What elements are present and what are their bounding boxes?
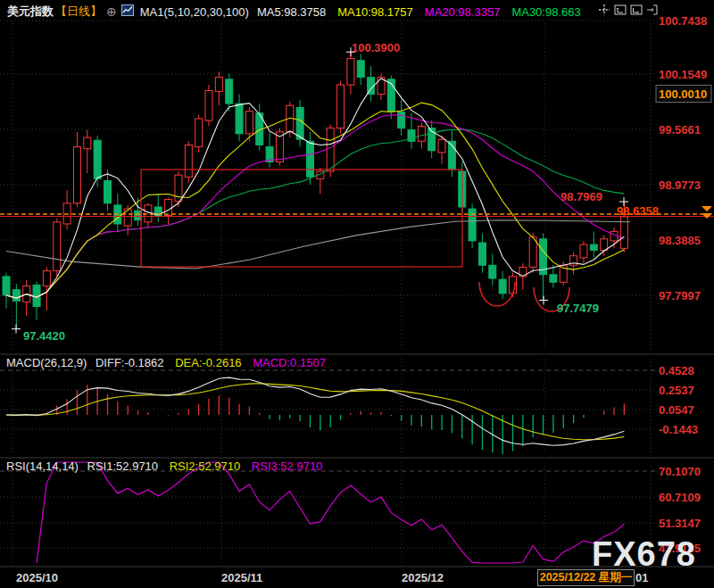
axis-tick-jan: 01 bbox=[635, 571, 648, 584]
candle-up bbox=[73, 147, 80, 203]
ma10-value: MA10:98.1757 bbox=[337, 5, 413, 19]
ma30-value: MA30:98.663 bbox=[511, 5, 580, 19]
price-annotation-label: 97.7479 bbox=[557, 302, 599, 315]
exit-icon[interactable] bbox=[646, 4, 659, 16]
candle-down bbox=[135, 211, 142, 220]
candle-up bbox=[54, 222, 61, 271]
rsi-axis-label: 60.7109 bbox=[659, 491, 701, 504]
price-axis-label-highlight: 100.0010 bbox=[659, 87, 707, 101]
rsi-title: RSI(14,14,14) bbox=[6, 460, 79, 473]
macd-axis-label: 0.2537 bbox=[659, 384, 694, 397]
candle-up bbox=[43, 271, 50, 286]
rsi-header: RSI(14,14,14) RSI1:52.9710 RSI2:52.9710 … bbox=[6, 460, 322, 473]
axis-tick-dec: 2025/12 bbox=[402, 571, 444, 584]
price-axis-label: 98.9773 bbox=[659, 178, 701, 192]
panel-right-icon[interactable] bbox=[630, 4, 643, 16]
candle-down bbox=[499, 279, 506, 294]
mini-chart-icon[interactable] bbox=[121, 4, 134, 19]
price-axis-label: 100.1549 bbox=[659, 68, 707, 81]
macd-diff-value: DIFF:-0.1862 bbox=[95, 356, 164, 369]
candle-down bbox=[398, 112, 405, 128]
candle-down bbox=[104, 181, 112, 203]
ma10-line bbox=[6, 103, 624, 298]
candle-up bbox=[580, 244, 587, 258]
extreme-cross-marker bbox=[12, 325, 21, 334]
candle-down bbox=[94, 140, 101, 178]
dea-line bbox=[6, 384, 624, 440]
macd-axis-label: -0.1443 bbox=[659, 423, 698, 436]
candle-up bbox=[205, 90, 212, 120]
chart-app: 美元指数 【日线】 ⊕ MA1(5,10,20,30,100) MA5:98.3… bbox=[0, 0, 714, 588]
axis-tick-nov: 2025/11 bbox=[221, 571, 262, 584]
price-axis-label: 99.5661 bbox=[659, 123, 701, 137]
diff-line bbox=[6, 377, 624, 445]
circle-plus-icon[interactable]: ⊕ bbox=[106, 6, 117, 18]
macd-axis-label: 0.0547 bbox=[659, 403, 694, 417]
gridlines bbox=[0, 21, 714, 567]
rsi2-value: RSI2:52.9710 bbox=[170, 460, 241, 473]
rsi-axis-label: 51.3147 bbox=[659, 517, 701, 530]
chart-canvas: 97.4420100.390097.747998.796998.6358100.… bbox=[0, 0, 714, 588]
candle-up bbox=[215, 78, 222, 92]
candle-up bbox=[245, 112, 253, 134]
macd-axis-label: 0.4528 bbox=[659, 364, 694, 377]
rsi-axis-label: 70.1070 bbox=[659, 465, 701, 478]
current-date-badge: 2025/12/22 星期一 bbox=[537, 569, 635, 586]
candle-down bbox=[226, 79, 233, 104]
candle-down bbox=[550, 275, 557, 282]
candle-up bbox=[185, 145, 192, 177]
candle-up bbox=[418, 126, 425, 141]
macd-title: MACD(26,12,9) bbox=[6, 356, 87, 369]
axis-tick-oct: 2025/10 bbox=[16, 571, 58, 584]
price-axis-label: 97.7997 bbox=[659, 289, 701, 302]
chart-toolbar bbox=[598, 4, 659, 16]
candle-down bbox=[3, 277, 10, 295]
candle-up bbox=[601, 239, 608, 251]
ma-settings-label: MA1(5,10,20,30,100) bbox=[140, 5, 249, 19]
macd-dea-value: DEA:-0.2616 bbox=[175, 356, 241, 369]
candle-up bbox=[124, 209, 131, 226]
candle-down bbox=[12, 290, 20, 302]
candle-down bbox=[590, 244, 597, 250]
macd-panel bbox=[6, 377, 624, 454]
candle-down bbox=[478, 243, 486, 265]
ma20-value: MA20:98.3357 bbox=[425, 5, 501, 19]
candle-down bbox=[296, 107, 303, 139]
price-annotation-label: 97.4420 bbox=[23, 329, 65, 343]
date-axis[interactable]: 2025/10 2025/11 2025/12 2025/12/22 星期一 0… bbox=[0, 569, 714, 588]
candle-up bbox=[438, 139, 445, 153]
candle-up bbox=[327, 128, 334, 171]
rsi1-value: RSI1:52.9710 bbox=[87, 460, 159, 473]
candle-up bbox=[347, 59, 354, 85]
price-annotation-label: 98.6358 bbox=[617, 204, 659, 218]
symbol-name: 美元指数 bbox=[7, 4, 54, 20]
candle-down bbox=[307, 141, 314, 177]
panel-up-icon[interactable] bbox=[614, 4, 627, 16]
candle-up bbox=[84, 137, 91, 149]
price-axis-label: 98.3885 bbox=[659, 234, 701, 247]
price-annotation-label: 100.3900 bbox=[352, 41, 400, 54]
macd-value: MACD:0.1507 bbox=[253, 356, 326, 369]
candle-down bbox=[357, 61, 364, 78]
ma5-value: MA5:98.3758 bbox=[257, 5, 326, 19]
candle-up bbox=[165, 200, 172, 216]
candle-up bbox=[337, 85, 345, 128]
price-annotation-label: 98.7969 bbox=[560, 190, 602, 203]
period-label[interactable]: 【日线】 bbox=[55, 4, 102, 20]
candle-down bbox=[489, 265, 496, 278]
candle-up bbox=[195, 119, 203, 147]
candle-down bbox=[236, 104, 243, 134]
macd-header: MACD(26,12,9) DIFF:-0.1862 DEA:-0.2616 M… bbox=[6, 356, 326, 369]
extreme-cross-marker bbox=[539, 295, 548, 304]
price-axis: 100.7438100.1549100.001099.566198.977398… bbox=[656, 14, 711, 555]
rsi3-value: RSI3:52.9710 bbox=[252, 460, 323, 473]
pan-tool-icon[interactable] bbox=[598, 4, 610, 16]
watermark: FX678 bbox=[592, 535, 696, 574]
